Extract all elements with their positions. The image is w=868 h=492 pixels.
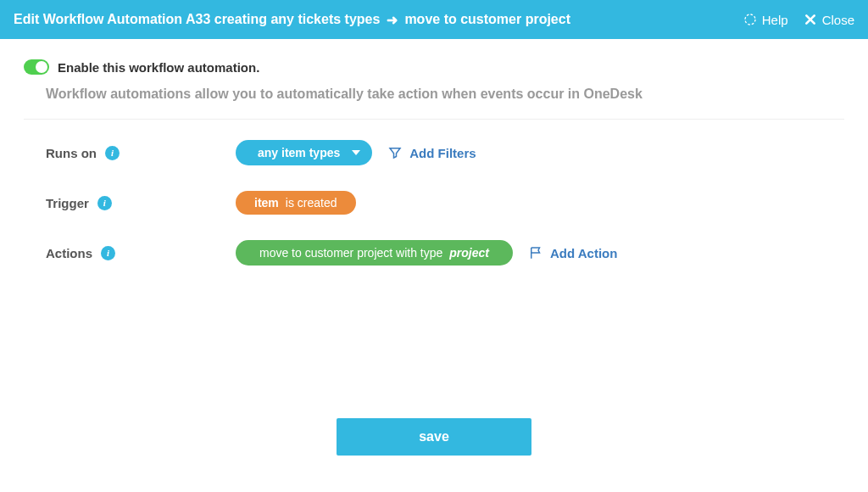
info-icon[interactable]: i [101, 246, 115, 260]
actions-label-group: Actions i [24, 246, 236, 260]
help-label: Help [762, 13, 788, 27]
add-filters-button[interactable]: Add Filters [387, 145, 476, 160]
item-types-label: any item types [258, 146, 340, 159]
trigger-pill-strong: item [254, 196, 279, 210]
trigger-pill-rest: is created [286, 196, 337, 210]
save-row: save [24, 418, 844, 456]
dialog-title-suffix: move to customer project [404, 12, 570, 27]
add-action-label: Add Action [550, 246, 617, 260]
svg-point-0 [745, 14, 755, 25]
save-button[interactable]: save [337, 418, 531, 456]
automation-description: Workflow automations allow you to automa… [46, 87, 844, 102]
runs-on-label: Runs on [46, 146, 97, 160]
actions-controls: move to customer project with type proje… [236, 240, 617, 266]
close-button[interactable]: Close [804, 13, 854, 27]
divider [24, 119, 844, 120]
dialog-content: Enable this workflow automation. Workflo… [0, 39, 868, 456]
actions-label: Actions [46, 246, 92, 260]
item-types-dropdown[interactable]: any item types [236, 140, 372, 165]
runs-on-controls: any item types Add Filters [236, 140, 476, 165]
header-actions: Help Close [743, 13, 854, 27]
action-pill-em: project [449, 246, 489, 260]
trigger-pill[interactable]: item is created [236, 191, 356, 215]
arrow-icon: ➜ [387, 12, 398, 28]
runs-on-row: Runs on i any item types Add Filters [24, 140, 844, 165]
trigger-row: Trigger i item is created [24, 191, 844, 215]
dialog-header: Edit Workflow Automation A33 creating an… [0, 0, 868, 39]
trigger-controls: item is created [236, 191, 356, 215]
action-pill[interactable]: move to customer project with type proje… [236, 240, 513, 266]
enable-label: Enable this workflow automation. [58, 60, 259, 75]
help-icon [743, 13, 757, 26]
flag-icon [528, 245, 543, 260]
filter-icon [387, 145, 403, 160]
dialog-title-prefix: Edit Workflow Automation A33 creating an… [14, 12, 380, 27]
actions-row: Actions i move to customer project with … [24, 240, 844, 266]
runs-on-label-group: Runs on i [24, 146, 236, 160]
enable-row: Enable this workflow automation. [24, 59, 844, 75]
close-label: Close [822, 13, 854, 27]
enable-toggle[interactable] [24, 59, 49, 75]
info-icon[interactable]: i [105, 146, 120, 160]
trigger-label: Trigger [46, 196, 89, 210]
action-pill-prefix: move to customer project with type [259, 246, 442, 260]
add-filters-label: Add Filters [409, 146, 476, 160]
add-action-button[interactable]: Add Action [528, 245, 617, 260]
chevron-down-icon [352, 150, 360, 155]
trigger-label-group: Trigger i [24, 196, 236, 210]
help-button[interactable]: Help [743, 13, 788, 27]
info-icon[interactable]: i [97, 196, 112, 210]
close-icon [804, 13, 817, 26]
dialog-title: Edit Workflow Automation A33 creating an… [14, 12, 570, 28]
